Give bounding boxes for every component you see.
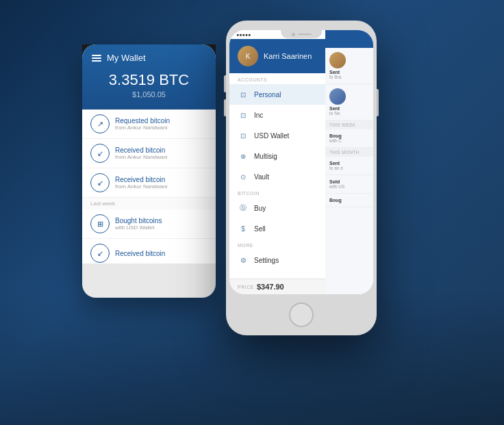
settings-icon: ⚙ xyxy=(238,255,249,266)
tx-received-3-title: Received bitcoin xyxy=(115,250,165,257)
right-tx-3-sub: with C xyxy=(329,138,369,143)
tx-item-received-2[interactable]: ↙ Received bitcoin from Ankur Nandwani xyxy=(82,168,216,198)
vault-label: Vault xyxy=(254,173,269,181)
tx-received-2-icon: ↙ xyxy=(90,173,110,192)
tx-bought-title: Bought bitcoins xyxy=(115,217,162,224)
right-tx-2-sub: to Ne xyxy=(329,111,369,116)
sell-label: Sell xyxy=(254,225,266,233)
tx-requested-title: Requested bitcoin xyxy=(115,117,170,125)
right-tx-5-title: Sold xyxy=(329,179,369,184)
wallet-title: My Wallet xyxy=(107,53,146,63)
right-tx-4-sub: to an e xyxy=(329,166,369,170)
personal-label: Personal xyxy=(254,91,281,99)
drawer-username: Karri Saarinen xyxy=(264,52,312,60)
signal-indicator: ●●●●● xyxy=(236,32,251,37)
right-tx-1-title: Sent xyxy=(329,70,369,75)
tx-received-1-title: Received bitcoin xyxy=(115,146,167,154)
inc-icon: ⊡ xyxy=(238,110,249,120)
right-tx-3: Boug with C xyxy=(325,129,373,148)
right-tx-2: Sent to Ne xyxy=(325,84,373,120)
right-tx-5: Sold with US xyxy=(325,175,373,194)
right-tx-1-sub: to Bra xyxy=(329,75,369,79)
right-tx-5-sub: with US xyxy=(329,184,369,189)
right-tx-1: Sent to Bra xyxy=(325,48,373,84)
inc-label: Inc xyxy=(254,112,263,119)
phone-right-screen: ●●●●● 06:41 100% K Karri Saarinen ACCOUN… xyxy=(229,30,373,294)
price-value: $347.90 xyxy=(257,283,284,291)
multisig-icon: ⊕ xyxy=(238,151,249,162)
settings-label: Settings xyxy=(254,257,279,264)
tx-requested-sub: from Ankur Nandwani xyxy=(115,125,170,131)
multisig-label: Multisig xyxy=(254,153,277,160)
tx-item-received-1[interactable]: ↙ Received bitcoin from Ankur Nandwani xyxy=(82,139,216,168)
right-panel: Sent to Bra Sent to Ne THIS WEEK Boug wi… xyxy=(325,30,373,294)
tx-requested-icon: ↗ xyxy=(90,114,110,133)
user-avatar: K xyxy=(238,46,258,66)
vol-up-button[interactable] xyxy=(224,75,226,92)
price-label: PRICE xyxy=(238,285,254,289)
tx-bought-icon: ⊞ xyxy=(90,214,110,233)
usd-wallet-label: USD Wallet xyxy=(254,132,289,140)
right-tx-2-title: Sent xyxy=(329,106,369,111)
phone-notch xyxy=(281,30,322,38)
usd-wallet-icon: ⊡ xyxy=(238,130,249,141)
wallet-header: My Wallet 3.3519 BTC $1,050.05 xyxy=(82,44,216,110)
last-week-label: Last week xyxy=(82,198,216,209)
sell-icon: $ xyxy=(238,223,249,234)
personal-icon: ⊡ xyxy=(238,89,249,100)
tx-bought-sub: with USD Wallet xyxy=(115,224,162,231)
btc-amount: 3.3519 BTC xyxy=(92,71,206,89)
tx-item-bought[interactable]: ⊞ Bought bitcoins with USD Wallet xyxy=(82,209,216,239)
speaker-icon xyxy=(298,34,312,35)
tx-received-1-sub: from Ankur Nandwani xyxy=(115,154,167,160)
tx-item-requested[interactable]: ↗ Requested bitcoin from Ankur Nandwani xyxy=(82,110,216,139)
right-tx-4-title: Sent xyxy=(329,161,369,166)
vault-icon: ⊙ xyxy=(238,171,249,182)
tx-received-1-icon: ↙ xyxy=(90,144,110,163)
right-tx-4: Sent to an e xyxy=(325,157,373,175)
phone-left-screen: My Wallet 3.3519 BTC $1,050.05 ↗ Request… xyxy=(82,44,216,263)
phones-container: My Wallet 3.3519 BTC $1,050.05 ↗ Request… xyxy=(0,0,504,425)
side-button[interactable] xyxy=(377,89,379,116)
hamburger-menu-icon[interactable] xyxy=(92,55,101,62)
vol-down-button[interactable] xyxy=(224,99,226,116)
transaction-list: ↗ Requested bitcoin from Ankur Nandwani … xyxy=(82,110,216,263)
this-week-label: THIS WEEK xyxy=(325,120,373,129)
buy-icon: ⓑ xyxy=(238,203,249,214)
right-tx-3-title: Boug xyxy=(329,133,369,138)
camera-icon xyxy=(292,33,295,36)
buy-label: Buy xyxy=(254,205,266,212)
right-tx-6: Boug xyxy=(325,194,373,207)
phone-left: My Wallet 3.3519 BTC $1,050.05 ↗ Request… xyxy=(82,44,216,298)
tx-received-2-title: Received bitcoin xyxy=(115,176,167,183)
home-button-ios[interactable] xyxy=(289,302,314,327)
phone-right: ●●●●● 06:41 100% K Karri Saarinen ACCOUN… xyxy=(226,21,377,335)
usd-amount: $1,050.05 xyxy=(92,90,206,99)
this-month-label: THIS MONTH xyxy=(325,148,373,157)
tx-received-3-icon: ↙ xyxy=(90,244,110,263)
right-tx-6-title: Boug xyxy=(329,198,369,203)
tx-received-2-sub: from Ankur Nandwani xyxy=(115,183,167,190)
tx-item-received-3[interactable]: ↙ Received bitcoin xyxy=(82,239,216,263)
